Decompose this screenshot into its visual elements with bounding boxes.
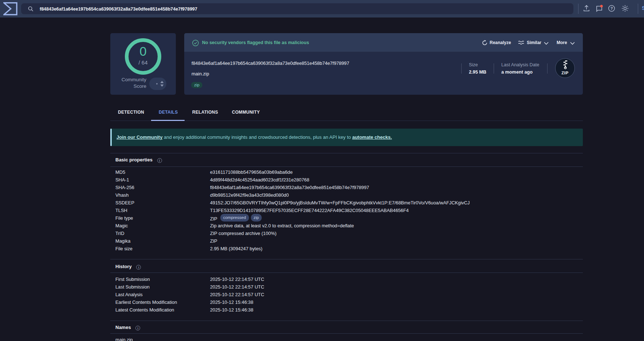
svg-text:?: ? (611, 6, 613, 11)
